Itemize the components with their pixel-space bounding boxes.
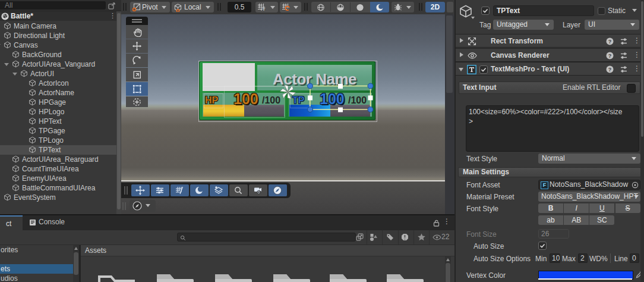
svg-text:?: ? (608, 53, 612, 59)
svg-text:?: ? (608, 67, 612, 73)
svg-text:Y: Y (263, 7, 266, 11)
svg-text:?: ? (608, 39, 612, 45)
